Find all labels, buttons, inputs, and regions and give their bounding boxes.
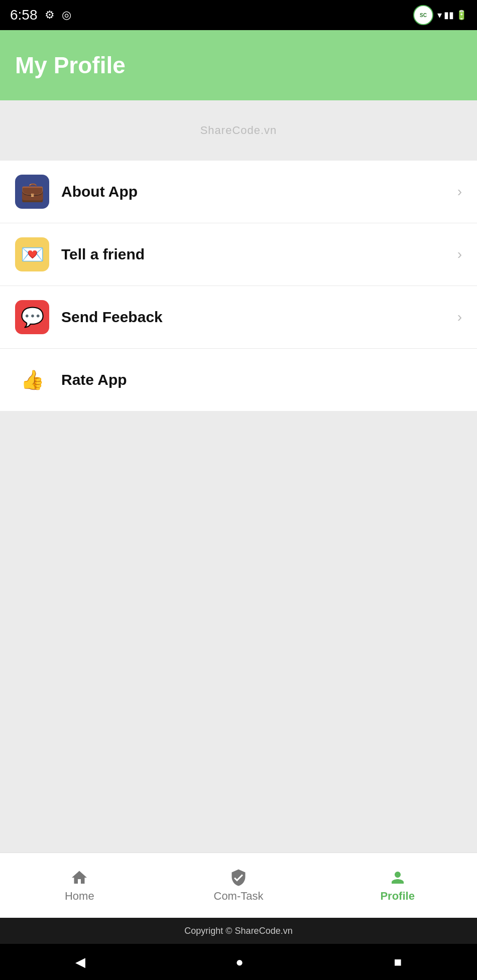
- feedback-emoji: [21, 306, 44, 328]
- copyright-bar: Copyright © ShareCode.vn: [0, 918, 477, 944]
- tell-friend-icon: [15, 237, 49, 271]
- home-icon: [70, 869, 88, 887]
- letter-emoji: [21, 243, 44, 265]
- send-feedback-icon: [15, 300, 49, 334]
- nav-item-profile[interactable]: Profile: [318, 869, 477, 903]
- send-feedback-chevron-icon: ›: [457, 309, 462, 325]
- menu-item-about-app[interactable]: About App ›: [0, 161, 477, 223]
- sharecode-logo: SC: [413, 5, 433, 25]
- tell-friend-label: Tell a friend: [61, 246, 457, 263]
- system-nav-bar: ◀ ● ■: [0, 944, 477, 980]
- about-app-chevron-icon: ›: [457, 184, 462, 200]
- nav-label-profile: Profile: [380, 890, 414, 903]
- signal-icon: ▮▮: [444, 10, 454, 21]
- rate-app-icon: [15, 363, 49, 397]
- back-button[interactable]: ◀: [75, 954, 85, 970]
- menu-item-send-feedback[interactable]: Send Feeback ›: [0, 286, 477, 349]
- battery-icon: 🔋: [456, 10, 467, 21]
- copyright-text: Copyright © ShareCode.vn: [184, 926, 292, 936]
- nav-label-home: Home: [65, 890, 94, 903]
- send-feedback-label: Send Feeback: [61, 309, 457, 326]
- watermark-area: ShareCode.vn: [0, 100, 477, 161]
- briefcase-emoji: [21, 181, 44, 203]
- menu-list: About App › Tell a friend › Send Feeback…: [0, 161, 477, 411]
- page-title: My Profile: [15, 52, 126, 79]
- menu-item-tell-friend[interactable]: Tell a friend ›: [0, 223, 477, 286]
- wifi-icon: ▾: [437, 10, 442, 21]
- status-left: 6:58 ⚙ ◎: [10, 7, 71, 23]
- menu-item-rate-app[interactable]: Rate App: [0, 349, 477, 411]
- home-button[interactable]: ●: [235, 954, 244, 970]
- signal-icons: ▾ ▮▮ 🔋: [437, 10, 467, 21]
- empty-content-area: [0, 411, 477, 853]
- tell-friend-chevron-icon: ›: [457, 246, 462, 262]
- nav-label-com-task: Com-Task: [214, 890, 264, 903]
- record-icon: ◎: [62, 9, 71, 22]
- rate-app-label: Rate App: [61, 371, 462, 388]
- status-bar: 6:58 ⚙ ◎ SC ▾ ▮▮ 🔋: [0, 0, 477, 30]
- about-app-label: About App: [61, 183, 457, 200]
- about-app-icon: [15, 175, 49, 209]
- page-header: My Profile: [0, 30, 477, 100]
- nav-item-com-task[interactable]: Com-Task: [159, 869, 318, 903]
- recents-button[interactable]: ■: [394, 954, 402, 970]
- status-time: 6:58: [10, 7, 38, 23]
- status-right: SC ▾ ▮▮ 🔋: [413, 5, 467, 25]
- rate-emoji: [21, 369, 44, 391]
- watermark-text: ShareCode.vn: [200, 124, 277, 137]
- bottom-navigation: Home Com-Task Profile: [0, 853, 477, 918]
- profile-icon: [389, 869, 407, 887]
- settings-icon: ⚙: [45, 9, 55, 22]
- com-task-icon: [229, 869, 248, 887]
- nav-item-home[interactable]: Home: [0, 869, 159, 903]
